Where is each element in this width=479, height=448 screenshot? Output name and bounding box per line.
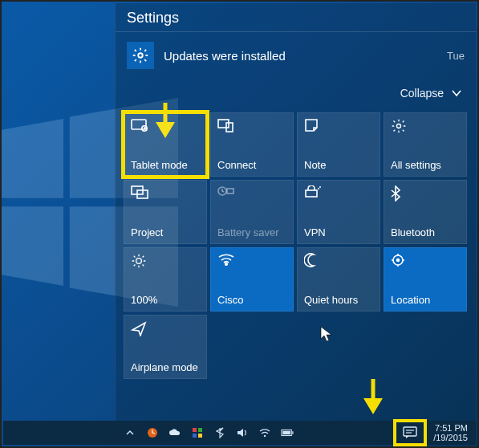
svg-point-18 — [319, 186, 321, 188]
clock-time: 7:51 PM — [433, 423, 468, 433]
tile-label: Connect — [217, 159, 288, 171]
battery-icon — [217, 185, 235, 197]
tile-label: Project — [131, 226, 201, 238]
notification-row[interactable]: Updates were installed Tue — [116, 32, 476, 79]
gear-icon — [391, 118, 407, 134]
bluetooth-icon — [391, 185, 400, 202]
tile-connect[interactable]: Connect — [210, 112, 294, 177]
tile-bluetooth[interactable]: Bluetooth — [384, 180, 467, 244]
tile-note[interactable]: Note — [297, 112, 380, 177]
moon-icon — [304, 253, 319, 267]
svg-rect-34 — [292, 431, 293, 434]
battery-tray-icon[interactable] — [281, 426, 294, 439]
tablet-icon — [131, 118, 148, 132]
svg-marker-2 — [0, 206, 63, 286]
svg-rect-28 — [198, 428, 202, 432]
tile-label: Bluetooth — [391, 226, 461, 238]
svg-point-20 — [225, 263, 228, 266]
svg-rect-35 — [282, 431, 290, 434]
tile-label: 100% — [131, 294, 201, 306]
svg-point-11 — [397, 124, 401, 128]
svg-marker-0 — [0, 119, 63, 198]
tile-cisco[interactable]: Cisco — [210, 247, 294, 312]
svg-rect-15 — [227, 189, 233, 193]
svg-rect-36 — [404, 427, 416, 436]
tile-label: Location — [391, 294, 461, 306]
location-icon — [391, 253, 405, 267]
svg-point-17 — [318, 188, 319, 189]
clock-date: /19/2015 — [433, 433, 468, 442]
svg-marker-31 — [237, 429, 243, 437]
bluetooth-tray-icon[interactable] — [213, 426, 226, 439]
tile-location[interactable]: Location — [384, 247, 467, 312]
taskbar-clock[interactable]: 7:51 PM /19/2015 — [430, 422, 471, 444]
notification-text: Updates were installed — [164, 49, 440, 63]
tile-all-settings[interactable]: All settings — [384, 112, 467, 177]
wifi-tray-icon[interactable] — [258, 426, 271, 439]
note-icon — [304, 118, 319, 132]
tile-label: Tablet mode — [131, 159, 201, 171]
brightness-icon — [131, 253, 147, 269]
svg-rect-30 — [198, 434, 202, 438]
sync-icon[interactable] — [146, 426, 159, 439]
tile-airplane-mode[interactable]: Airplane mode — [124, 315, 207, 379]
tile-label: Cisco — [217, 294, 288, 306]
svg-rect-27 — [193, 428, 197, 432]
tile-vpn[interactable]: VPN — [297, 180, 380, 244]
tile-100-[interactable]: 100% — [124, 247, 207, 312]
quick-action-tiles: Tablet modeConnectNoteAll settingsProjec… — [116, 108, 476, 382]
project-icon — [131, 185, 148, 200]
svg-rect-29 — [193, 434, 197, 438]
gear-icon — [127, 42, 154, 69]
svg-point-32 — [264, 435, 266, 437]
action-center-panel: Settings Updates were installed Tue Coll… — [115, 3, 476, 422]
tile-quiet-hours[interactable]: Quiet hours — [297, 247, 380, 312]
tile-label: All settings — [391, 159, 461, 171]
panel-title: Settings — [116, 3, 476, 31]
airplane-icon — [131, 320, 147, 336]
tile-label: Battery saver — [217, 226, 288, 238]
chevron-up-icon[interactable] — [124, 426, 136, 439]
svg-point-22 — [397, 259, 400, 262]
defender-icon[interactable] — [191, 426, 204, 439]
taskbar: 7:51 PM /19/2015 — [3, 421, 476, 445]
tray-icons — [3, 426, 396, 439]
connect-icon — [217, 118, 233, 132]
tile-label: Note — [304, 159, 375, 171]
volume-icon[interactable] — [236, 426, 249, 439]
tile-battery-saver[interactable]: Battery saver — [210, 180, 294, 244]
svg-rect-9 — [218, 120, 229, 128]
svg-point-19 — [136, 259, 142, 264]
svg-rect-16 — [306, 190, 317, 197]
vpn-icon — [304, 185, 322, 198]
tile-label: VPN — [304, 226, 375, 238]
notification-day: Tue — [447, 50, 465, 62]
tile-label: Airplane mode — [131, 361, 201, 373]
svg-point-4 — [138, 53, 143, 58]
tile-tablet-mode[interactable]: Tablet mode — [124, 112, 207, 177]
tile-label: Quiet hours — [304, 294, 375, 306]
onedrive-icon[interactable] — [168, 426, 181, 439]
svg-marker-23 — [321, 327, 331, 341]
collapse-button[interactable]: Collapse — [116, 79, 476, 108]
wifi-icon — [217, 253, 235, 266]
cursor-icon — [320, 326, 333, 342]
chevron-down-icon — [452, 87, 461, 100]
tile-project[interactable]: Project — [124, 180, 207, 244]
action-center-tray-icon[interactable] — [396, 422, 424, 443]
collapse-label: Collapse — [400, 87, 444, 100]
